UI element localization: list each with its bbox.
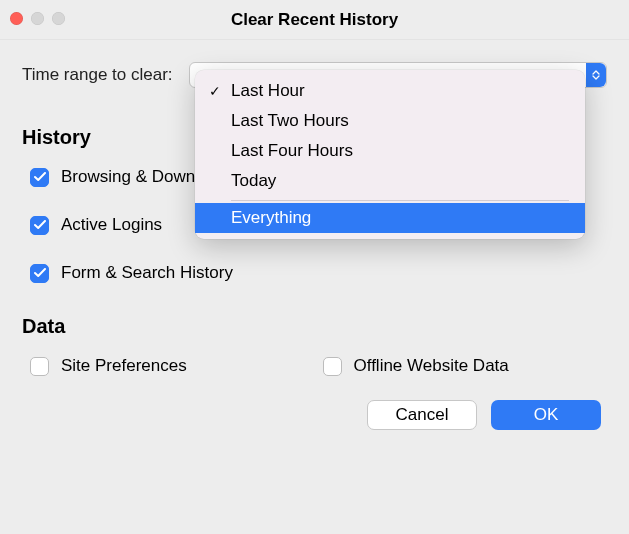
dropdown-item-today[interactable]: Today bbox=[195, 166, 585, 196]
dialog-buttons: Cancel OK bbox=[22, 400, 607, 430]
zoom-button bbox=[52, 12, 65, 25]
checkbox-label: Active Logins bbox=[61, 215, 162, 235]
time-range-label: Time range to clear: bbox=[22, 65, 173, 85]
checkbox-form-search[interactable]: Form & Search History bbox=[30, 263, 315, 283]
checkmark-icon bbox=[30, 216, 49, 235]
checkbox-label: Site Preferences bbox=[61, 356, 187, 376]
minimize-button bbox=[31, 12, 44, 25]
time-range-dropdown[interactable]: ✓ Last Hour Last Two Hours Last Four Hou… bbox=[195, 70, 585, 239]
ok-button[interactable]: OK bbox=[491, 400, 601, 430]
dropdown-item-everything[interactable]: Everything bbox=[195, 203, 585, 233]
dropdown-item-label: Today bbox=[231, 171, 276, 191]
dropdown-item-label: Last Two Hours bbox=[231, 111, 349, 131]
dropdown-item-last-four-hours[interactable]: Last Four Hours bbox=[195, 136, 585, 166]
checkbox-label: Form & Search History bbox=[61, 263, 233, 283]
traffic-lights bbox=[10, 12, 65, 25]
dropdown-item-last-hour[interactable]: ✓ Last Hour bbox=[195, 76, 585, 106]
section-heading-data: Data bbox=[22, 315, 607, 338]
titlebar: Clear Recent History bbox=[0, 0, 629, 40]
checkbox-site-preferences[interactable]: Site Preferences bbox=[30, 356, 315, 376]
checkmark-icon bbox=[30, 168, 49, 187]
check-icon: ✓ bbox=[205, 83, 225, 99]
data-checkbox-grid: Site Preferences Offline Website Data bbox=[22, 356, 607, 376]
checkbox-offline-data[interactable]: Offline Website Data bbox=[323, 356, 608, 376]
checkbox-empty-icon bbox=[323, 357, 342, 376]
chevron-up-down-icon bbox=[586, 63, 606, 87]
close-button[interactable] bbox=[10, 12, 23, 25]
checkbox-empty-icon bbox=[30, 357, 49, 376]
dropdown-item-label: Everything bbox=[231, 208, 311, 228]
dropdown-separator bbox=[231, 200, 569, 201]
dropdown-item-label: Last Four Hours bbox=[231, 141, 353, 161]
dropdown-item-last-two-hours[interactable]: Last Two Hours bbox=[195, 106, 585, 136]
checkmark-icon bbox=[30, 264, 49, 283]
checkbox-label: Offline Website Data bbox=[354, 356, 509, 376]
dropdown-item-label: Last Hour bbox=[231, 81, 305, 101]
window-title: Clear Recent History bbox=[12, 10, 617, 30]
cancel-button[interactable]: Cancel bbox=[367, 400, 477, 430]
